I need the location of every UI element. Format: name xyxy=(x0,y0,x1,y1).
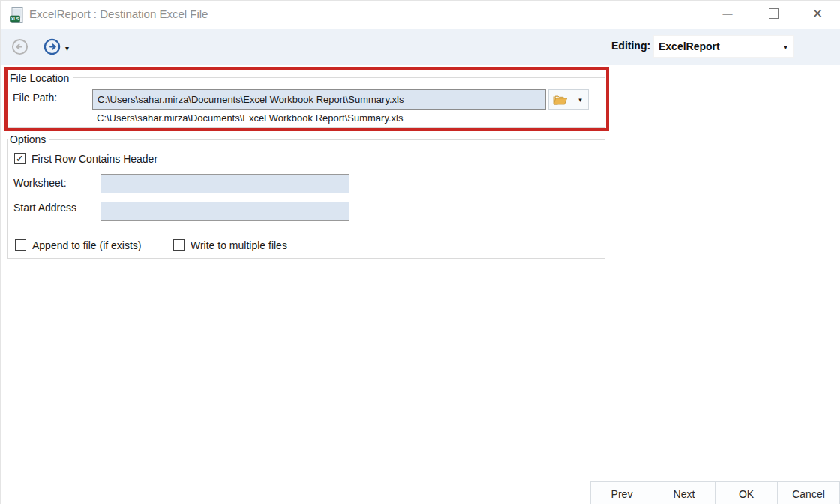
editing-label: Editing: xyxy=(611,40,650,52)
window-title: ExcelReport : Destination Excel File xyxy=(29,8,208,20)
back-arrow-icon xyxy=(16,44,22,49)
append-to-file-checkbox[interactable] xyxy=(15,239,26,250)
toolbar: ▾ Editing: ExcelReport ▾ xyxy=(1,29,840,64)
forward-button[interactable] xyxy=(44,38,61,56)
minimize-button[interactable]: — xyxy=(715,1,740,26)
ok-button[interactable]: OK xyxy=(715,482,778,504)
excel-file-icon: XLS xyxy=(10,8,25,23)
first-row-contains-header-label: First Row Contains Header xyxy=(32,153,158,165)
footer-button-row: Prev Next OK Cancel xyxy=(590,482,840,504)
back-button[interactable] xyxy=(11,38,28,56)
editing-combobox[interactable]: ExcelReport ▾ xyxy=(653,35,794,58)
forward-arrow-icon xyxy=(50,44,56,49)
first-row-contains-header-checkbox[interactable]: ✓ xyxy=(14,153,26,164)
options-group-label: Options xyxy=(8,134,50,146)
cancel-button[interactable]: Cancel xyxy=(777,482,840,504)
chevron-down-icon: ▾ xyxy=(784,43,788,51)
write-multiple-files-label: Write to multiple files xyxy=(190,239,287,251)
file-path-static-text: C:\Users\sahar.mirza\Documents\Excel Wor… xyxy=(97,112,403,124)
open-folder-icon xyxy=(553,94,568,106)
editing-combobox-value: ExcelReport xyxy=(658,40,720,52)
maximize-button[interactable] xyxy=(761,1,787,26)
file-path-input[interactable] xyxy=(92,89,546,110)
start-address-label: Start Address xyxy=(14,202,76,214)
worksheet-input[interactable] xyxy=(100,174,350,194)
svg-text:XLS: XLS xyxy=(11,16,20,21)
maximize-icon xyxy=(769,8,779,19)
next-button[interactable]: Next xyxy=(652,482,716,504)
file-path-label: File Path: xyxy=(13,92,57,104)
forward-dropdown-caret[interactable]: ▾ xyxy=(65,44,69,52)
checkmark-icon: ✓ xyxy=(16,154,24,164)
browse-folder-button[interactable] xyxy=(548,89,572,110)
browse-dropdown-button[interactable]: ▾ xyxy=(572,89,589,110)
excel-report-dialog: XLS ExcelReport : Destination Excel File… xyxy=(0,0,840,504)
start-address-input[interactable] xyxy=(100,202,350,221)
close-button[interactable]: ✕ xyxy=(805,1,830,26)
title-bar: XLS ExcelReport : Destination Excel File… xyxy=(1,1,840,29)
append-to-file-label: Append to file (if exists) xyxy=(32,239,142,251)
worksheet-label: Worksheet: xyxy=(14,177,67,189)
minimize-icon: — xyxy=(723,8,733,20)
close-icon: ✕ xyxy=(812,6,823,22)
chevron-down-icon: ▾ xyxy=(578,96,582,104)
write-multiple-files-checkbox[interactable] xyxy=(173,239,184,250)
prev-button[interactable]: Prev xyxy=(590,482,653,504)
file-location-group-label: File Location xyxy=(8,72,73,84)
